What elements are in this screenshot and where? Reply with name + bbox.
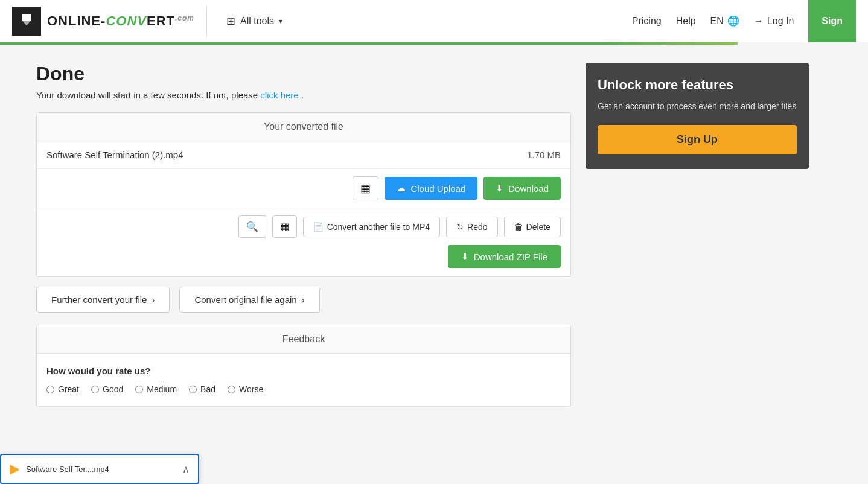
click-here-link[interactable]: click here xyxy=(260,90,298,100)
feedback-card: Feedback How would you rate us? Great Go… xyxy=(36,325,571,407)
help-link[interactable]: Help xyxy=(676,16,696,27)
chevron-right-icon: › xyxy=(152,295,155,305)
rating-medium-label: Medium xyxy=(147,384,177,394)
action-row-1: ▦ ☁ Cloud Upload ⬇ Download xyxy=(37,169,570,208)
login-arrow-icon: → xyxy=(754,16,764,27)
trash-icon: 🗑 xyxy=(514,222,523,232)
header: ONLINE-CONVERT.com ⊞ All tools ▾ Pricing… xyxy=(0,0,868,42)
feedback-question: How would you rate us? xyxy=(46,366,561,376)
main-content: Done Your download will start in a few s… xyxy=(0,45,845,425)
grid-icon: ⊞ xyxy=(226,14,235,28)
rating-great[interactable]: Great xyxy=(46,384,79,394)
download-zip-button[interactable]: ⬇ Download ZIP File xyxy=(448,245,561,268)
subtitle: Your download will start in a few second… xyxy=(36,90,571,100)
delete-button[interactable]: 🗑 Delete xyxy=(504,217,561,237)
logo-icon xyxy=(12,7,41,36)
all-tools-button[interactable]: ⊞ All tools ▾ xyxy=(219,10,290,33)
download-zip-label: Download ZIP File xyxy=(474,252,547,262)
rating-bad-radio[interactable] xyxy=(189,386,197,393)
login-button[interactable]: → Log In xyxy=(754,16,794,27)
cloud-upload-icon: ☁ xyxy=(397,183,406,194)
chevron-right-icon-2: › xyxy=(302,295,305,305)
convert-options-row: Further convert your file › Convert orig… xyxy=(36,287,571,313)
header-right: Pricing Help EN 🌐 → Log In Sign xyxy=(632,0,856,42)
rating-good-radio[interactable] xyxy=(91,386,99,393)
unlock-card: Unlock more features Get an account to p… xyxy=(586,63,809,169)
convert-another-button[interactable]: 📄 Convert another file to MP4 xyxy=(303,217,440,237)
content-area: Done Your download will start in a few s… xyxy=(36,63,571,407)
redo-icon: ↻ xyxy=(456,222,464,232)
feedback-header: Feedback xyxy=(37,325,570,354)
file-name: Software Self Termination (2).mp4 xyxy=(46,150,183,160)
file-icon: 📄 xyxy=(313,222,324,232)
header-divider xyxy=(206,6,207,36)
pricing-link[interactable]: Pricing xyxy=(632,16,662,27)
rating-bad-label: Bad xyxy=(200,384,215,394)
qr-icon: ▦ xyxy=(360,182,371,195)
signup-button[interactable]: Sign xyxy=(808,0,856,42)
card-header: Your converted file xyxy=(37,113,570,141)
qr-small-button[interactable]: ▦ xyxy=(272,215,297,238)
converted-file-card: Your converted file Software Self Termin… xyxy=(36,112,571,277)
search-button[interactable]: 🔍 xyxy=(238,215,266,238)
cloud-upload-label: Cloud Upload xyxy=(410,183,465,194)
globe-icon: 🌐 xyxy=(727,15,739,27)
download-zip-icon: ⬇ xyxy=(461,251,469,262)
rating-medium-radio[interactable] xyxy=(135,386,143,393)
rating-worse-label: Worse xyxy=(239,384,263,394)
rating-medium[interactable]: Medium xyxy=(135,384,177,394)
convert-another-label: Convert another file to MP4 xyxy=(327,222,430,232)
rating-great-label: Great xyxy=(58,384,79,394)
rating-worse-radio[interactable] xyxy=(228,386,235,393)
action-row-2: 🔍 ▦ 📄 Convert another file to MP4 ↻ Redo… xyxy=(37,208,570,245)
unlock-title: Unlock more features xyxy=(598,77,797,93)
further-convert-button[interactable]: Further convert your file › xyxy=(36,287,170,313)
page-title: Done xyxy=(36,63,571,85)
file-size: 1.70 MB xyxy=(527,150,561,160)
download-icon: ⬇ xyxy=(496,183,503,194)
redo-button[interactable]: ↻ Redo xyxy=(446,217,497,237)
header-left: ONLINE-CONVERT.com ⊞ All tools ▾ xyxy=(12,6,290,36)
convert-again-label: Convert original file again xyxy=(194,295,296,305)
all-tools-label: All tools xyxy=(240,16,274,27)
sidebar: Unlock more features Get an account to p… xyxy=(586,63,809,407)
svg-marker-1 xyxy=(22,21,31,25)
rating-good[interactable]: Good xyxy=(91,384,123,394)
file-row: Software Self Termination (2).mp4 1.70 M… xyxy=(37,141,570,169)
chevron-down-icon: ▾ xyxy=(279,17,282,25)
delete-label: Delete xyxy=(526,222,550,232)
rating-worse[interactable]: Worse xyxy=(228,384,263,394)
cloud-upload-button[interactable]: ☁ Cloud Upload xyxy=(385,177,477,200)
lang-label: EN xyxy=(710,16,724,27)
zip-row: ⬇ Download ZIP File xyxy=(37,245,570,276)
search-icon: 🔍 xyxy=(246,221,258,232)
rating-good-label: Good xyxy=(103,384,123,394)
language-button[interactable]: EN 🌐 xyxy=(710,15,739,27)
download-button[interactable]: ⬇ Download xyxy=(483,177,561,200)
login-label: Log In xyxy=(767,16,794,27)
convert-again-button[interactable]: Convert original file again › xyxy=(179,287,319,313)
download-label: Download xyxy=(508,183,549,194)
logo-link[interactable]: ONLINE-CONVERT.com xyxy=(12,7,194,36)
rating-great-radio[interactable] xyxy=(46,386,54,393)
subtitle-prefix: Your download will start in a few second… xyxy=(36,90,258,100)
rating-bad[interactable]: Bad xyxy=(189,384,215,394)
subtitle-suffix: . xyxy=(301,90,304,100)
unlock-desc: Get an account to process even more and … xyxy=(598,100,797,113)
redo-label: Redo xyxy=(467,222,487,232)
logo-text: ONLINE-CONVERT.com xyxy=(47,13,194,29)
qr-code-button[interactable]: ▦ xyxy=(353,176,378,200)
further-convert-label: Further convert your file xyxy=(51,295,147,305)
rating-options: Great Good Medium Bad xyxy=(46,384,561,394)
qr-small-icon: ▦ xyxy=(280,221,289,232)
feedback-body: How would you rate us? Great Good Medium xyxy=(37,354,570,406)
sidebar-signup-button[interactable]: Sign Up xyxy=(598,125,797,154)
